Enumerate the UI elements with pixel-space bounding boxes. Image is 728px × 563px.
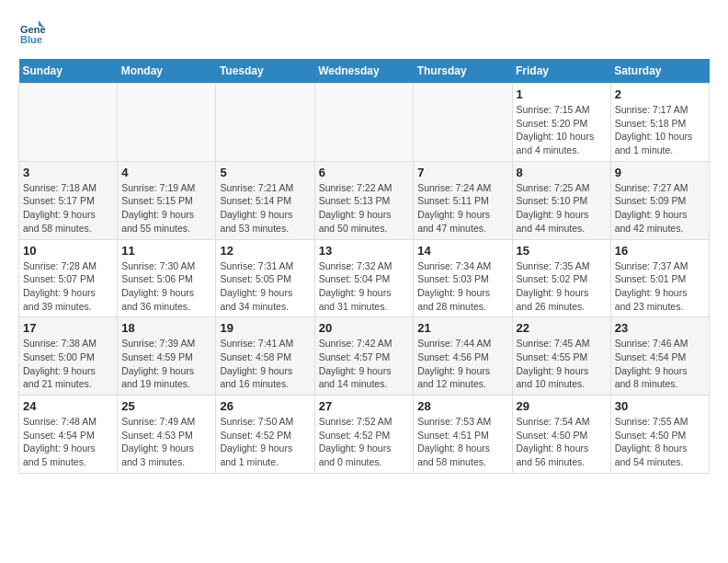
calendar-week-row: 10Sunrise: 7:28 AM Sunset: 5:07 PM Dayli…: [19, 239, 710, 317]
day-number: 24: [23, 399, 113, 413]
calendar-cell: 2Sunrise: 7:17 AM Sunset: 5:18 PM Daylig…: [610, 84, 709, 162]
day-number: 11: [121, 244, 211, 258]
calendar-cell: 7Sunrise: 7:24 AM Sunset: 5:11 PM Daylig…: [414, 161, 512, 239]
day-detail: Sunrise: 7:46 AM Sunset: 4:54 PM Dayligh…: [615, 337, 705, 391]
day-number: 25: [121, 399, 211, 413]
day-number: 29: [517, 399, 607, 413]
day-detail: Sunrise: 7:15 AM Sunset: 5:20 PM Dayligh…: [517, 103, 607, 157]
day-detail: Sunrise: 7:39 AM Sunset: 4:59 PM Dayligh…: [121, 337, 211, 391]
day-number: 27: [319, 399, 410, 413]
day-detail: Sunrise: 7:48 AM Sunset: 4:54 PM Dayligh…: [23, 415, 113, 469]
day-detail: Sunrise: 7:42 AM Sunset: 4:57 PM Dayligh…: [319, 337, 410, 391]
day-detail: Sunrise: 7:32 AM Sunset: 5:04 PM Dayligh…: [319, 259, 410, 314]
calendar-cell: 11Sunrise: 7:30 AM Sunset: 5:06 PM Dayli…: [118, 239, 216, 317]
day-detail: Sunrise: 7:30 AM Sunset: 5:06 PM Dayligh…: [121, 259, 211, 314]
day-detail: Sunrise: 7:50 AM Sunset: 4:52 PM Dayligh…: [220, 415, 310, 469]
weekday-header-cell: Wednesday: [314, 59, 414, 84]
day-number: 1: [517, 87, 607, 101]
day-detail: Sunrise: 7:41 AM Sunset: 4:58 PM Dayligh…: [220, 337, 310, 391]
calendar-cell: 1Sunrise: 7:15 AM Sunset: 5:20 PM Daylig…: [512, 84, 610, 162]
calendar-cell: 28Sunrise: 7:53 AM Sunset: 4:51 PM Dayli…: [414, 396, 512, 474]
calendar-body: 1Sunrise: 7:15 AM Sunset: 5:20 PM Daylig…: [19, 84, 710, 474]
day-number: 30: [615, 399, 705, 413]
day-detail: Sunrise: 7:54 AM Sunset: 4:50 PM Dayligh…: [517, 415, 607, 469]
day-number: 4: [121, 166, 211, 179]
day-number: 8: [517, 166, 607, 179]
calendar-cell: 9Sunrise: 7:27 AM Sunset: 5:09 PM Daylig…: [610, 161, 709, 239]
day-number: 14: [417, 244, 507, 258]
calendar-cell: 26Sunrise: 7:50 AM Sunset: 4:52 PM Dayli…: [216, 396, 314, 474]
day-number: 18: [121, 321, 211, 335]
calendar-table: SundayMondayTuesdayWednesdayThursdayFrid…: [18, 59, 710, 474]
calendar-cell: 17Sunrise: 7:38 AM Sunset: 5:00 PM Dayli…: [19, 317, 118, 396]
day-number: 19: [220, 321, 310, 335]
day-number: 17: [23, 321, 113, 335]
calendar-cell: 25Sunrise: 7:49 AM Sunset: 4:53 PM Dayli…: [118, 396, 216, 474]
calendar-week-row: 1Sunrise: 7:15 AM Sunset: 5:20 PM Daylig…: [19, 84, 710, 162]
day-detail: Sunrise: 7:24 AM Sunset: 5:11 PM Dayligh…: [417, 181, 507, 236]
logo: General Blue: [18, 18, 50, 46]
day-number: 23: [615, 321, 705, 335]
day-detail: Sunrise: 7:19 AM Sunset: 5:15 PM Dayligh…: [121, 181, 211, 236]
day-number: 16: [615, 244, 705, 258]
day-number: 26: [220, 399, 310, 413]
svg-text:Blue: Blue: [20, 34, 42, 45]
calendar-cell: 3Sunrise: 7:18 AM Sunset: 5:17 PM Daylig…: [19, 161, 118, 239]
day-detail: Sunrise: 7:34 AM Sunset: 5:03 PM Dayligh…: [417, 259, 507, 314]
weekday-header-cell: Saturday: [610, 59, 709, 84]
day-detail: Sunrise: 7:37 AM Sunset: 5:01 PM Dayligh…: [615, 259, 705, 314]
day-detail: Sunrise: 7:45 AM Sunset: 4:55 PM Dayligh…: [517, 337, 607, 391]
calendar-cell: 19Sunrise: 7:41 AM Sunset: 4:58 PM Dayli…: [216, 317, 314, 396]
logo-icon: General Blue: [18, 18, 46, 46]
calendar-cell: 30Sunrise: 7:55 AM Sunset: 4:50 PM Dayli…: [610, 396, 709, 474]
calendar-cell: 8Sunrise: 7:25 AM Sunset: 5:10 PM Daylig…: [512, 161, 610, 239]
calendar-cell: 16Sunrise: 7:37 AM Sunset: 5:01 PM Dayli…: [610, 239, 709, 317]
day-number: 10: [23, 244, 113, 258]
day-number: 2: [615, 87, 705, 101]
calendar-cell: [118, 84, 216, 162]
day-detail: Sunrise: 7:25 AM Sunset: 5:10 PM Dayligh…: [517, 181, 607, 236]
calendar-cell: 27Sunrise: 7:52 AM Sunset: 4:52 PM Dayli…: [314, 396, 414, 474]
day-detail: Sunrise: 7:53 AM Sunset: 4:51 PM Dayligh…: [417, 415, 507, 469]
weekday-header-row: SundayMondayTuesdayWednesdayThursdayFrid…: [19, 59, 710, 84]
day-number: 15: [517, 244, 607, 258]
calendar-cell: 12Sunrise: 7:31 AM Sunset: 5:05 PM Dayli…: [216, 239, 314, 317]
day-detail: Sunrise: 7:28 AM Sunset: 5:07 PM Dayligh…: [23, 259, 113, 314]
calendar-cell: 20Sunrise: 7:42 AM Sunset: 4:57 PM Dayli…: [314, 317, 414, 396]
day-detail: Sunrise: 7:27 AM Sunset: 5:09 PM Dayligh…: [615, 181, 705, 236]
calendar-cell: [19, 84, 118, 162]
calendar-cell: 15Sunrise: 7:35 AM Sunset: 5:02 PM Dayli…: [512, 239, 610, 317]
calendar-cell: 18Sunrise: 7:39 AM Sunset: 4:59 PM Dayli…: [118, 317, 216, 396]
day-detail: Sunrise: 7:31 AM Sunset: 5:05 PM Dayligh…: [220, 259, 310, 314]
weekday-header-cell: Thursday: [414, 59, 512, 84]
day-detail: Sunrise: 7:38 AM Sunset: 5:00 PM Dayligh…: [23, 337, 113, 391]
calendar-week-row: 3Sunrise: 7:18 AM Sunset: 5:17 PM Daylig…: [19, 161, 710, 239]
weekday-header-cell: Monday: [118, 59, 216, 84]
day-detail: Sunrise: 7:18 AM Sunset: 5:17 PM Dayligh…: [23, 181, 113, 236]
day-number: 28: [417, 399, 507, 413]
day-number: 9: [615, 166, 705, 179]
calendar-cell: 24Sunrise: 7:48 AM Sunset: 4:54 PM Dayli…: [19, 396, 118, 474]
day-number: 12: [220, 244, 310, 258]
calendar-cell: 5Sunrise: 7:21 AM Sunset: 5:14 PM Daylig…: [216, 161, 314, 239]
calendar-cell: 22Sunrise: 7:45 AM Sunset: 4:55 PM Dayli…: [512, 317, 610, 396]
calendar-cell: 6Sunrise: 7:22 AM Sunset: 5:13 PM Daylig…: [314, 161, 414, 239]
day-number: 3: [23, 166, 113, 179]
calendar-cell: 4Sunrise: 7:19 AM Sunset: 5:15 PM Daylig…: [118, 161, 216, 239]
calendar-cell: [216, 84, 314, 162]
calendar-week-row: 24Sunrise: 7:48 AM Sunset: 4:54 PM Dayli…: [19, 396, 710, 474]
day-detail: Sunrise: 7:22 AM Sunset: 5:13 PM Dayligh…: [319, 181, 410, 236]
page-header: General Blue: [18, 18, 710, 50]
calendar-cell: 29Sunrise: 7:54 AM Sunset: 4:50 PM Dayli…: [512, 396, 610, 474]
weekday-header-cell: Tuesday: [216, 59, 314, 84]
calendar-cell: 13Sunrise: 7:32 AM Sunset: 5:04 PM Dayli…: [314, 239, 414, 317]
day-number: 6: [319, 166, 410, 179]
day-number: 20: [319, 321, 410, 335]
calendar-cell: [414, 84, 512, 162]
day-number: 13: [319, 244, 410, 258]
weekday-header-cell: Friday: [512, 59, 610, 84]
day-detail: Sunrise: 7:35 AM Sunset: 5:02 PM Dayligh…: [517, 259, 607, 314]
calendar-cell: [314, 84, 414, 162]
day-number: 7: [417, 166, 507, 179]
day-number: 22: [517, 321, 607, 335]
